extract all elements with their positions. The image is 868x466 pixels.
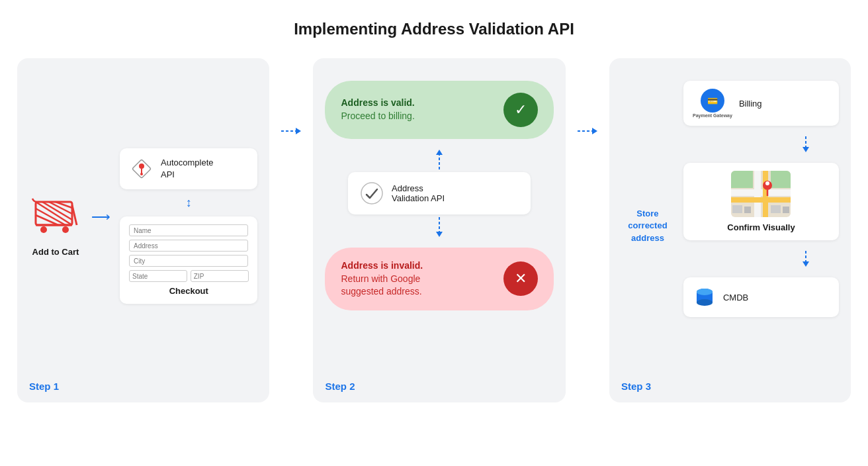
confirm-visually-card: Confirm Visually [683, 163, 839, 240]
svg-rect-34 [771, 205, 781, 213]
svg-rect-31 [771, 171, 791, 188]
payment-gateway-text: Payment Gateway [693, 113, 732, 118]
down-arrow [433, 217, 446, 237]
add-to-cart-label: Add to Cart [32, 247, 79, 257]
zip-field: ZIP [191, 270, 249, 282]
svg-rect-33 [744, 207, 751, 213]
svg-rect-32 [732, 205, 742, 213]
invalid-line1: Address is invalid. [341, 259, 492, 273]
invalid-text-block: Address is invalid. Return with Googlesu… [341, 259, 492, 299]
checkout-label: Checkout [129, 286, 248, 296]
payment-gateway-icon: 💳 Payment Gateway [693, 89, 732, 118]
step2-middle: Address Validation API [325, 150, 553, 237]
step1-content: Add to Cart ⟶ Autocomplete API [29, 81, 257, 371]
cmdb-card: CMDB [683, 277, 839, 317]
payment-circle: 💳 [701, 89, 724, 113]
svg-marker-39 [803, 261, 809, 267]
svg-line-6 [36, 215, 58, 225]
invalid-line2: Return with Googlesuggested address. [341, 273, 492, 299]
checkout-card: Name Address City State ZIP Checkout [120, 216, 257, 304]
address-field: Address [129, 240, 248, 252]
step3-label: Step 3 [621, 381, 651, 392]
name-field: Name [129, 224, 248, 236]
svg-point-18 [361, 183, 382, 204]
valid-line1: Address is valid. [341, 97, 492, 110]
svg-rect-27 [754, 171, 761, 217]
svg-point-42 [697, 299, 713, 306]
svg-rect-30 [731, 171, 753, 188]
city-field: City [129, 255, 248, 267]
billing-to-confirm-arrow [683, 136, 839, 152]
map-svg [731, 171, 791, 217]
confirm-to-cmdb-arrow [683, 251, 839, 267]
state-field: State [129, 270, 187, 282]
invalid-bubble: Address is invalid. Return with Googlesu… [325, 248, 553, 310]
step3-content: Store corrected address 💳 Payment Gatewa… [621, 81, 839, 371]
cart-icon [29, 195, 82, 242]
step3-cards: 💳 Payment Gateway Billing [683, 81, 839, 371]
store-corrected-label: Store corrected address [621, 81, 674, 371]
confirm-visually-label: Confirm Visually [727, 222, 795, 232]
svg-point-43 [697, 289, 713, 295]
step1-panel: Add to Cart ⟶ Autocomplete API [17, 58, 269, 402]
valid-bubble: Address is valid. Proceed to billing. ✓ [325, 81, 553, 139]
svg-marker-22 [592, 128, 597, 134]
step2-panel: Address is valid. Proceed to billing. ✓ [313, 58, 565, 402]
valid-line2: Proceed to billing. [341, 110, 492, 123]
state-zip-row: State ZIP [129, 270, 248, 282]
step2-to-step3-arrow [578, 58, 597, 138]
autocomplete-to-checkout-arrow: ↕ [186, 196, 192, 210]
svg-marker-17 [436, 150, 443, 155]
valid-text-block: Address is valid. Proceed to billing. [341, 97, 492, 122]
autocomplete-api-label: Autocomplete API [161, 157, 214, 181]
step1-to-step2-arrow [281, 58, 301, 138]
diagram: Add to Cart ⟶ Autocomplete API [17, 58, 851, 402]
svg-point-37 [765, 181, 769, 185]
step1-label: Step 1 [29, 381, 59, 392]
invalid-x-icon: ✕ [503, 261, 538, 296]
validation-api-label: Address Validation API [392, 183, 445, 203]
autocomplete-card: Autocomplete API [120, 148, 257, 189]
step2-label: Step 2 [325, 381, 355, 392]
cart-to-checkout-arrow: ⟶ [91, 209, 110, 244]
page-title: Implementing Address Validation API [294, 20, 574, 38]
svg-rect-35 [783, 207, 789, 213]
svg-rect-28 [731, 197, 791, 203]
cmdb-icon [693, 285, 716, 309]
svg-point-12 [139, 163, 144, 169]
validation-api-card: Address Validation API [348, 172, 531, 214]
step1-right: Autocomplete API ↕ Name Address City Sta… [120, 148, 257, 304]
cart-box: Add to Cart [29, 195, 82, 257]
billing-text: Billing [739, 99, 762, 109]
cmdb-text: CMDB [723, 293, 748, 303]
valid-check-icon: ✓ [503, 93, 538, 127]
svg-point-13 [140, 173, 143, 175]
svg-marker-24 [803, 147, 809, 152]
up-arrow [433, 150, 446, 169]
billing-card: 💳 Payment Gateway Billing [683, 81, 839, 126]
validation-api-icon [360, 181, 384, 205]
svg-point-8 [62, 226, 69, 233]
map-visual [731, 171, 791, 217]
svg-point-7 [40, 226, 47, 233]
svg-marker-20 [436, 232, 443, 237]
step3-panel: Store corrected address 💳 Payment Gatewa… [609, 58, 851, 402]
autocomplete-icon [129, 156, 154, 181]
svg-marker-15 [296, 128, 301, 134]
step2-content: Address is valid. Proceed to billing. ✓ [325, 81, 553, 371]
